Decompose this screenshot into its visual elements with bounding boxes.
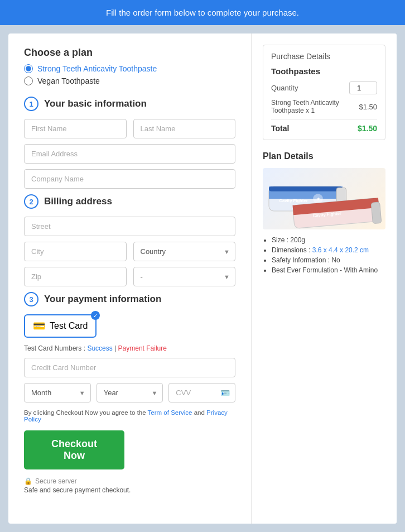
email-row [24,144,235,164]
country-select[interactable]: Country [133,242,236,261]
terms-text: By clicking Checkout Now you agree to th… [24,409,235,423]
first-name-field [24,119,127,138]
section2-title: Billing address [44,196,112,207]
last-name-input[interactable] [133,119,236,138]
plan-option-1[interactable]: Strong Teeth Anticavity Toothpaste [24,64,235,73]
svg-text:Cavity Fighter: Cavity Fighter [279,198,307,203]
left-panel: Choose a plan Strong Teeth Anticavity To… [8,33,252,524]
plan-radio-1[interactable] [24,64,33,73]
year-select-wrapper: Year ▼ [97,383,163,402]
card-check-icon: ✓ [91,311,100,320]
banner-text: Fill the order form below to complete yo… [106,8,299,17]
test-card-label: Test Card Numbers : [24,344,87,352]
product-category: Toothpastes [271,66,377,76]
state-select[interactable]: - [133,267,236,286]
top-banner: Fill the order form below to complete yo… [0,0,405,25]
month-select[interactable]: Month [24,383,91,402]
section1-num: 1 [24,97,38,111]
quantity-input[interactable] [349,82,377,94]
success-link[interactable]: Success [87,344,112,352]
purchase-details-box: Purchase Details Toothpastes Quantity St… [263,45,385,140]
terms-middle: and [194,409,206,416]
city-country-row: Country ▼ [24,242,235,261]
secure-info: 🔒 Secure server Safe and secure payment … [24,477,235,494]
cvv-card-icon: 🪪 [220,389,230,397]
payment-date-row: Month ▼ Year ▼ 🪪 [24,383,235,402]
secure-sub: Safe and secure payment checkout. [24,486,235,494]
total-price: $1.50 [358,124,377,133]
first-name-input[interactable] [24,119,127,138]
total-divider [271,119,377,119]
item-price-row: Strong Teeth Anticavity Toothpaste x 1 $… [271,99,377,114]
terms-prefix: By clicking Checkout Now you agree to th… [24,409,148,416]
month-select-wrapper: Month ▼ [24,383,91,402]
name-row [24,119,235,138]
section2-header: 2 Billing address [24,194,235,209]
quantity-row: Quantity [271,82,377,94]
section3-num: 3 [24,292,38,306]
section1-title: Your basic information [44,98,147,109]
city-field [24,242,127,261]
zip-field [24,267,127,286]
secure-label: Secure server [35,477,77,485]
zip-input[interactable] [24,267,127,286]
svg-rect-2 [269,186,343,191]
spec-formulation: Best Ever Formulation - With Amino [272,266,385,274]
year-select[interactable]: Year [97,383,163,402]
product-image: Cavity Fighter ★ Cavity Fighter [263,168,385,229]
state-select-wrapper: - ▼ [133,267,236,286]
spec-size: Size : 200g [272,236,385,244]
lock-icon: 🔒 [24,477,32,485]
credit-card-icon: 💳 [33,320,45,332]
country-select-wrapper: Country ▼ [133,242,236,261]
plan-option-1-label: Strong Teeth Anticavity Toothpaste [37,64,157,73]
last-name-field [133,119,236,138]
street-input[interactable] [24,217,235,236]
product-specs: Size : 200g Dimensions : 3.6 x 4.4 x 20.… [263,236,385,274]
email-field [24,144,235,164]
section-payment: 3 Your payment information 💳 Test Card ✓… [24,292,235,402]
company-input[interactable] [24,169,235,189]
plan-radio-2[interactable] [24,76,33,85]
plan-option-2[interactable]: Vegan Toothpaste [24,76,235,85]
section1-header: 1 Your basic information [24,97,235,111]
cvv-field: 🪪 [168,383,235,402]
plan-option-2-label: Vegan Toothpaste [37,76,100,85]
city-input[interactable] [24,242,127,261]
email-input[interactable] [24,144,235,164]
section-basic-info: 1 Your basic information [24,97,235,189]
quantity-label: Quantity [271,84,298,92]
total-label: Total [271,124,289,133]
spec-dimensions: Dimensions : 3.6 x 4.4 x 20.2 cm [272,246,385,254]
section3-header: 3 Your payment information [24,292,235,306]
section2-num: 2 [24,194,38,209]
purchase-details-title: Purchase Details [271,52,377,61]
section-billing: 2 Billing address Country [24,194,235,286]
choose-plan-section: Choose a plan Strong Teeth Anticavity To… [24,47,235,85]
company-row [24,169,235,189]
company-field [24,169,235,189]
plan-details-title: Plan Details [263,151,385,161]
card-label: Test Card [50,321,88,331]
choose-plan-title: Choose a plan [24,47,235,59]
street-field [24,217,235,236]
item-label: Strong Teeth Anticavity Toothpaste x 1 [271,99,344,114]
spec-safety: Safety Information : No [272,256,385,264]
secure-server-line: 🔒 Secure server [24,477,235,485]
main-content: Choose a plan Strong Teeth Anticavity To… [8,33,397,524]
zip-state-row: - ▼ [24,267,235,286]
plan-details-section: Plan Details Cavity Fighter [263,151,385,274]
checkout-button[interactable]: Checkout Now [24,430,124,469]
test-card-option[interactable]: 💳 Test Card ✓ [24,314,97,338]
section3-title: Your payment information [44,294,161,305]
failure-link[interactable]: Payment Failure [118,344,167,352]
test-card-info: Test Card Numbers : Success | Payment Fa… [24,344,235,352]
right-panel: Purchase Details Toothpastes Quantity St… [252,33,397,524]
svg-text:★: ★ [316,196,320,202]
credit-card-number-input[interactable] [24,358,235,377]
svg-rect-10 [371,202,382,224]
item-price: $1.50 [359,103,377,111]
total-row: Total $1.50 [271,124,377,133]
street-row [24,217,235,236]
tos-link[interactable]: Term of Service [148,409,192,416]
